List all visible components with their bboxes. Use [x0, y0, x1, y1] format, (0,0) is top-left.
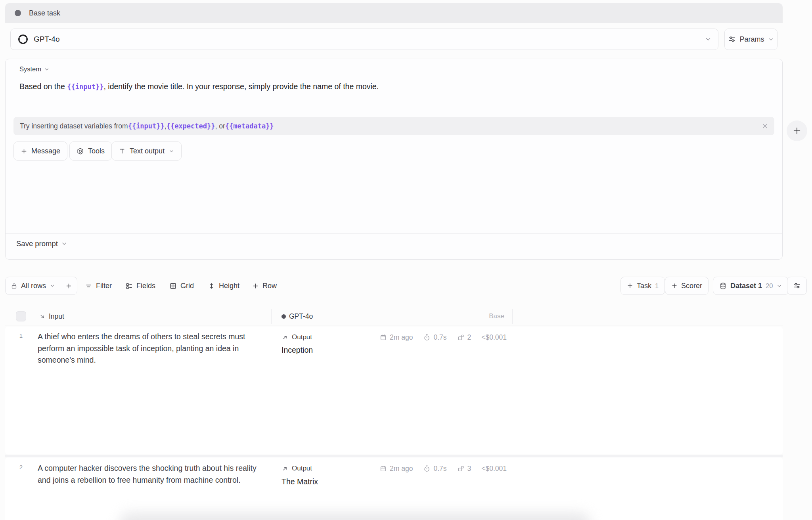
dataset-row-count: 20 [766, 282, 773, 290]
row-separator [5, 455, 783, 457]
filter-icon [85, 282, 92, 290]
all-rows-label: All rows [21, 282, 46, 290]
hint-sep2: , or [215, 122, 225, 130]
cost: <$0.001 [481, 465, 507, 473]
row-label: Row [262, 282, 277, 290]
prompt-text-before: Based on the [19, 82, 67, 91]
model-selector[interactable]: GPT-4o [10, 29, 718, 50]
timestamp: 2m ago [379, 333, 413, 342]
database-icon [719, 282, 727, 290]
column-header-input[interactable]: Input [39, 307, 64, 325]
model-column-label: GPT-4o [289, 312, 313, 321]
chevron-down-icon [61, 241, 67, 247]
column-header-model[interactable]: GPT-4o [282, 307, 313, 325]
input-column-label: Input [49, 312, 64, 321]
tokens-icon [457, 334, 465, 341]
timestamp: 2m ago [379, 465, 413, 473]
tokens-value: 3 [467, 465, 471, 473]
grid-icon [169, 282, 177, 290]
tools-button[interactable]: Tools [69, 141, 112, 161]
dataset-name: Dataset 1 [730, 282, 762, 290]
output-value[interactable]: Inception [282, 346, 313, 355]
output-cell-header: Output [282, 333, 312, 341]
params-button[interactable]: Params [724, 29, 778, 50]
output-cell-header: Output [282, 465, 312, 472]
prompt-input-variable: {{input}} [67, 83, 103, 91]
text-output-label: Text output [130, 147, 165, 155]
output-value[interactable]: The Matrix [282, 477, 318, 486]
all-rows-selector[interactable]: All rows [6, 277, 60, 294]
add-task-button[interactable]: Task 1 [620, 277, 665, 295]
column-divider [271, 309, 272, 324]
params-label: Params [739, 35, 764, 44]
chevron-down-icon [705, 36, 712, 43]
token-count: 2 [457, 333, 471, 342]
role-label: System [19, 65, 41, 73]
close-icon[interactable] [761, 122, 769, 130]
grid-label: Grid [180, 282, 194, 290]
chevron-down-icon [44, 67, 50, 72]
time-ago: 2m ago [390, 333, 413, 342]
height-button[interactable]: Height [208, 277, 239, 295]
dataset-button[interactable]: Dataset 1 20 [713, 277, 789, 295]
cost-value: <$0.001 [481, 465, 507, 473]
output-label: Output [292, 465, 312, 472]
text-output-button[interactable]: Text output [111, 141, 182, 161]
rows-scope-button-group: All rows [5, 277, 77, 295]
table-row[interactable]: 2 A computer hacker discovers the shocki… [5, 457, 783, 520]
grid-settings-button[interactable] [787, 277, 807, 295]
add-task-floating-button[interactable] [787, 120, 807, 141]
table-header: Input GPT-4o Base [5, 307, 783, 325]
row-number: 1 [17, 332, 25, 339]
bottom-bar-shadow [119, 513, 591, 520]
openai-logo-icon [18, 34, 28, 44]
task-count-badge: 1 [655, 282, 659, 290]
prompt-editor[interactable]: Based on the {{input}}, identify the mov… [19, 80, 717, 93]
row-meta: 2m ago 0.7s 2 <$0.001 [356, 333, 507, 342]
base-variant-badge: Base [436, 312, 504, 320]
row-number: 2 [17, 464, 25, 470]
save-prompt-button[interactable]: Save prompt [16, 239, 67, 248]
add-message-button[interactable]: Message [13, 141, 67, 161]
grid-button[interactable]: Grid [169, 277, 194, 295]
calendar-icon [379, 334, 387, 341]
latency: 0.7s [423, 465, 446, 473]
message-role-selector[interactable]: System [19, 65, 50, 73]
dataset-variables-hint: Try inserting dataset variables from {{i… [13, 117, 774, 135]
plus-icon [793, 126, 801, 135]
arrow-up-right-icon [282, 465, 288, 472]
filter-button[interactable]: Filter [85, 277, 112, 295]
output-label: Output [292, 333, 312, 341]
hint-prefix: Try inserting dataset variables from [20, 122, 128, 130]
select-all-checkbox[interactable] [16, 311, 26, 321]
chevron-down-icon [768, 36, 774, 42]
fields-icon [125, 282, 133, 290]
add-scorer-button[interactable]: Scorer [665, 277, 709, 295]
add-view-button[interactable] [60, 277, 77, 294]
table-row[interactable]: 1 A thief who enters the dreams of other… [5, 327, 783, 455]
plus-icon [21, 148, 27, 155]
chevron-down-icon [50, 283, 55, 289]
plus-icon [671, 283, 678, 289]
hint-var-metadata: {{metadata}} [225, 122, 274, 130]
task-label: Task [637, 282, 651, 290]
task-status-icon [15, 10, 21, 16]
arrow-down-right-icon [39, 313, 46, 320]
plus-icon [65, 283, 72, 289]
plus-icon [252, 283, 259, 289]
latency: 0.7s [423, 333, 446, 342]
row-input-cell[interactable]: A computer hacker discovers the shocking… [38, 463, 271, 486]
row-input-cell[interactable]: A thief who enters the dreams of others … [38, 331, 271, 366]
tokens-icon [457, 465, 465, 472]
task-header-bar: Base task [5, 3, 783, 23]
fields-button[interactable]: Fields [125, 277, 155, 295]
task-title: Base task [29, 9, 60, 17]
message-label: Message [31, 147, 60, 155]
prompt-text-after: , identify the movie title. In your resp… [103, 82, 379, 91]
calendar-icon [379, 465, 387, 472]
tools-label: Tools [88, 147, 105, 155]
row-height-icon [208, 282, 215, 290]
cost-value: <$0.001 [481, 333, 507, 342]
add-row-button[interactable]: Row [252, 277, 277, 295]
save-prompt-label: Save prompt [16, 239, 58, 248]
